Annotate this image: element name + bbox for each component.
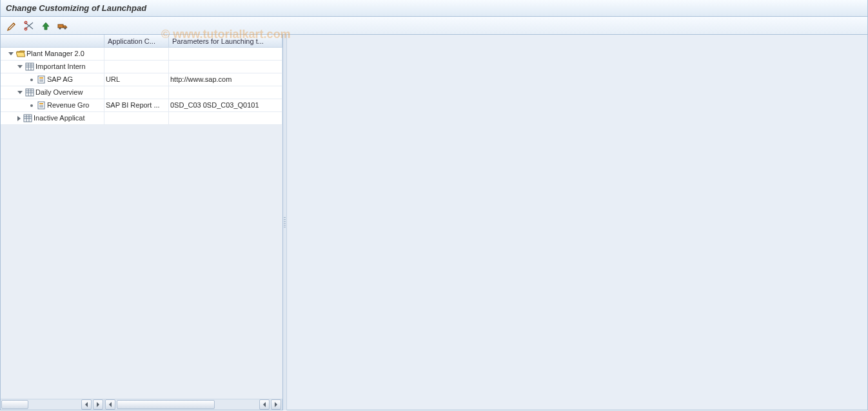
svg-point-3	[59, 27, 61, 29]
svg-point-0	[25, 28, 27, 30]
tree-row-leaf[interactable]: Revenue Gro SAP BI Report ... 0SD_C03 0S…	[1, 99, 282, 112]
tree-panel: Application C... Parameters for Launchin…	[0, 35, 283, 410]
grid-icon	[25, 62, 34, 71]
svg-rect-20	[39, 103, 43, 104]
transport-icon[interactable]	[56, 19, 69, 32]
grid-icon	[23, 114, 32, 122]
scroll-left-icon[interactable]	[105, 399, 115, 410]
scroll-thumb[interactable]	[1, 400, 28, 409]
scroll-right-icon[interactable]	[271, 399, 281, 410]
grid-icon	[25, 88, 34, 97]
scroll-left-icon[interactable]	[81, 399, 92, 410]
tree-row-root[interactable]: Plant Manager 2.0	[1, 48, 282, 61]
col-header-app-category[interactable]: Application C...	[104, 35, 169, 48]
tree-node-label: Daily Overview	[35, 86, 83, 99]
edit-icon[interactable]	[6, 19, 19, 32]
scroll-right-icon[interactable]	[93, 399, 103, 410]
report-icon	[37, 75, 46, 84]
report-icon	[37, 101, 46, 110]
tree-row-leaf[interactable]: SAP AG URL http://www.sap.com	[1, 73, 282, 86]
tree-row-folder[interactable]: Important Intern	[1, 61, 282, 73]
tree-header-row: Application C... Parameters for Launchin…	[1, 35, 282, 48]
folder-open-icon	[16, 50, 25, 58]
scroll-left-icon[interactable]	[259, 399, 270, 410]
cell-parameters: http://www.sap.com	[169, 73, 282, 86]
expand-toggle-icon[interactable]	[17, 116, 21, 121]
tree-row-folder[interactable]: Inactive Applicat	[1, 112, 282, 125]
tree-node-label: SAP AG	[47, 73, 73, 86]
cell-app-category: SAP BI Report ...	[104, 99, 169, 111]
tree-row-folder[interactable]: Daily Overview	[1, 86, 282, 99]
detail-panel	[287, 35, 868, 410]
pane-splitter[interactable]	[283, 35, 287, 410]
grid-col-scrollbar[interactable]	[104, 399, 282, 410]
cell-parameters: 0SD_C03 0SD_C03_Q0101	[169, 99, 282, 111]
expand-toggle-icon[interactable]	[17, 91, 23, 94]
cell-app-category: URL	[104, 73, 169, 86]
svg-point-4	[64, 27, 66, 29]
page-title: Change Customizing of Launchpad	[6, 3, 146, 13]
up-icon[interactable]	[39, 19, 52, 32]
leaf-bullet-icon	[30, 104, 33, 107]
expand-toggle-icon[interactable]	[17, 65, 23, 68]
col-header-tree[interactable]	[1, 35, 104, 48]
tree-node-label: Plant Manager 2.0	[26, 48, 84, 60]
tree-node-label: Revenue Gro	[47, 99, 89, 111]
svg-point-1	[25, 21, 27, 24]
tree-scrollbar-row	[1, 399, 282, 410]
svg-rect-11	[39, 77, 43, 79]
tree-col-scrollbar[interactable]	[1, 399, 104, 410]
content-area: Application C... Parameters for Launchin…	[0, 35, 868, 410]
tree-node-label: Important Intern	[35, 61, 86, 73]
app-toolbar	[0, 17, 868, 35]
leaf-bullet-icon	[30, 79, 33, 81]
svg-rect-2	[58, 24, 63, 28]
cut-icon[interactable]	[23, 19, 35, 32]
col-header-parameters[interactable]: Parameters for Launching t...	[169, 35, 282, 48]
expand-toggle-icon[interactable]	[8, 52, 14, 55]
scroll-thumb[interactable]	[117, 400, 215, 409]
tree-node-label: Inactive Applicat	[34, 112, 85, 124]
title-bar: Change Customizing of Launchpad	[0, 0, 868, 17]
